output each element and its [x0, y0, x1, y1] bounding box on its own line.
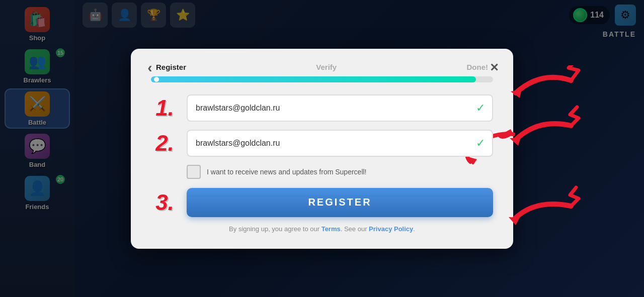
steps-header: Register Verify Done! [151, 63, 493, 71]
newsletter-label: I want to receive news and updates from … [207, 168, 367, 176]
progress-bar-container [151, 76, 493, 82]
confirm-email-row: 2. ✓ [151, 130, 493, 157]
modal-close-button[interactable]: ✕ [485, 59, 503, 77]
progress-bar-fill [151, 76, 476, 82]
confirm-email-input[interactable] [187, 130, 493, 157]
terms-before: By signing up, you agree to our [229, 225, 321, 233]
close-icon: ✕ [490, 61, 499, 74]
terms-link[interactable]: Terms [321, 225, 341, 233]
register-modal: ‹ ✕ Register Verify Done! 1. ✓ [131, 49, 513, 249]
terms-after: . [413, 225, 415, 233]
register-button[interactable]: REGISTER [187, 188, 493, 217]
modal-back-button[interactable]: ‹ [141, 59, 159, 77]
modal-overlay: ‹ ✕ Register Verify Done! 1. ✓ [0, 0, 644, 297]
step3-number: 3. [151, 191, 179, 214]
email-input-wrapper: ✓ [187, 94, 493, 122]
step1-number: 1. [151, 97, 179, 119]
step-verify-label: Verify [316, 63, 337, 71]
newsletter-checkbox[interactable] [187, 165, 201, 179]
register-btn-row: 3. REGISTER [151, 188, 493, 217]
email-input[interactable] [187, 94, 493, 122]
progress-dot [153, 76, 160, 82]
newsletter-checkbox-row: I want to receive news and updates from … [187, 165, 493, 179]
privacy-link[interactable]: Privacy Policy [369, 225, 413, 233]
email-row: 1. ✓ [151, 94, 493, 122]
email-check-icon: ✓ [476, 102, 485, 115]
confirm-email-input-wrapper: ✓ [187, 130, 493, 157]
step2-number: 2. [151, 132, 179, 154]
terms-mid: . See our [341, 225, 369, 233]
back-icon: ‹ [147, 60, 152, 76]
confirm-email-check-icon: ✓ [476, 137, 485, 150]
step-register-label: Register [156, 63, 186, 71]
terms-text: By signing up, you agree to our Terms. S… [151, 225, 493, 233]
